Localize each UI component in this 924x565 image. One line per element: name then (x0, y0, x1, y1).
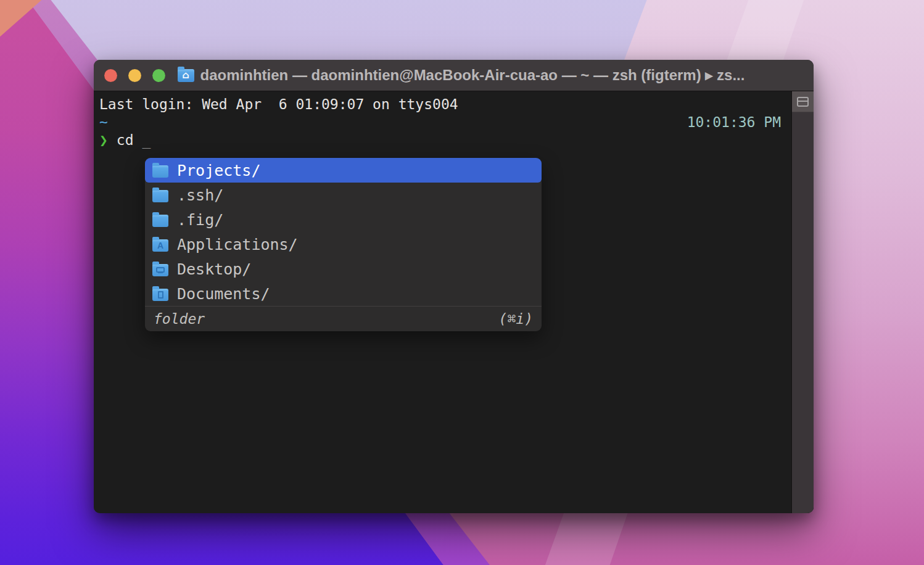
autocomplete-item[interactable]: Applications/ (145, 232, 542, 257)
autocomplete-item[interactable]: Documents/ (145, 281, 542, 306)
desktop-folder-icon (152, 264, 168, 276)
cwd-text: ~ (99, 113, 108, 131)
title-group: ⌂ daominhtien — daominhtien@MacBook-Air-… (178, 67, 745, 84)
autocomplete-item[interactable]: Projects/ (145, 158, 542, 183)
last-login-text: Last login: Wed Apr 6 01:09:07 on ttys00… (99, 96, 458, 112)
autocomplete-item-label: Documents/ (177, 285, 270, 303)
autocomplete-item-label: Projects/ (177, 162, 260, 179)
prompt-line: ❯cd_ (99, 131, 814, 149)
autocomplete-item-label: Applications/ (177, 236, 298, 254)
autocomplete-item[interactable]: Desktop/ (145, 257, 542, 281)
traffic-lights (104, 60, 165, 91)
autocomplete-list: Projects/ .ssh/ .fig/ (145, 158, 542, 306)
terminal-window: ⌂ daominhtien — daominhtien@MacBook-Air-… (94, 60, 814, 513)
fig-autocomplete-popup: Projects/ .ssh/ .fig/ (145, 158, 542, 331)
folder-icon (152, 190, 168, 202)
minimize-button[interactable] (128, 69, 141, 82)
command-text: cd (117, 132, 134, 148)
folder-icon (152, 215, 168, 227)
suggestion-type-label: folder (154, 310, 205, 328)
last-login-line: Last login: Wed Apr 6 01:09:07 on ttys00… (99, 96, 814, 113)
details-shortcut-hint: (⌘i) (499, 310, 533, 328)
terminal-output: Last login: Wed Apr 6 01:09:07 on ttys00… (94, 91, 814, 149)
clock-text: 10:01:36 PM (687, 113, 781, 131)
autocomplete-item-label: Desktop/ (177, 260, 251, 278)
applications-folder-icon (152, 239, 168, 252)
window-title: daominhtien — daominhtien@MacBook-Air-cu… (200, 67, 745, 84)
split-pane-button[interactable] (792, 91, 814, 112)
cwd-line: ~ 10:01:36 PM (99, 113, 814, 131)
documents-folder-icon (152, 289, 168, 301)
text-cursor: _ (142, 132, 151, 148)
split-pane-icon (797, 97, 809, 107)
autocomplete-item-label: .fig/ (177, 211, 223, 229)
autocomplete-item[interactable]: .ssh/ (145, 183, 542, 207)
prompt-symbol: ❯ (99, 132, 108, 148)
autocomplete-item-label: .ssh/ (177, 186, 223, 204)
house-glyph: ⌂ (178, 69, 194, 82)
scrollbar-track[interactable] (791, 91, 814, 513)
zoom-button[interactable] (152, 69, 165, 82)
close-button[interactable] (104, 69, 117, 82)
desktop: ⌂ daominhtien — daominhtien@MacBook-Air-… (0, 0, 924, 565)
autocomplete-item[interactable]: .fig/ (145, 207, 542, 232)
home-folder-icon[interactable]: ⌂ (178, 69, 194, 82)
folder-icon (152, 165, 168, 178)
autocomplete-footer: folder (⌘i) (145, 306, 542, 331)
titlebar[interactable]: ⌂ daominhtien — daominhtien@MacBook-Air-… (94, 60, 814, 91)
terminal-content[interactable]: Last login: Wed Apr 6 01:09:07 on ttys00… (94, 91, 814, 513)
